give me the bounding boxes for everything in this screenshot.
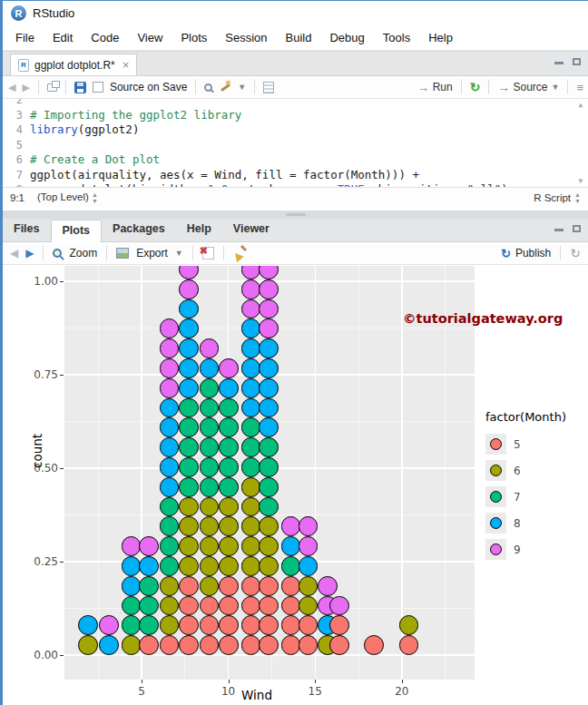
- legend-label: 5: [514, 438, 521, 451]
- legend-label: 9: [514, 543, 521, 556]
- menu-bar: File Edit Code View Plots Session Build …: [3, 25, 588, 51]
- scroll-down-icon[interactable]: ▼: [579, 177, 583, 185]
- menu-help[interactable]: Help: [419, 27, 462, 48]
- menu-session[interactable]: Session: [216, 27, 276, 48]
- data-dot: [179, 615, 199, 635]
- data-dot: [160, 477, 180, 497]
- code-line[interactable]: 8 geom_dotplot(binwidth = 1.0, stackgrou…: [3, 182, 573, 187]
- legend-label: 6: [514, 465, 521, 477]
- minimize-pane-icon[interactable]: [554, 223, 564, 234]
- document-outline-icon[interactable]: ≡: [576, 81, 583, 94]
- compile-report-icon[interactable]: [263, 82, 274, 93]
- source-button[interactable]: → Source ▼: [497, 81, 559, 94]
- code-line[interactable]: 2: [3, 99, 573, 108]
- pane-splitter[interactable]: [3, 211, 588, 219]
- save-icon[interactable]: [74, 82, 86, 93]
- plot-panel: [64, 266, 475, 680]
- title-bar: R RStudio: [3, 1, 588, 25]
- data-dot: [219, 358, 239, 378]
- tab-help[interactable]: Help: [176, 219, 222, 241]
- forward-icon[interactable]: ▶: [22, 82, 29, 93]
- next-plot-icon[interactable]: ▶: [25, 247, 34, 259]
- x-tick-mark: [142, 680, 142, 683]
- code-tools-icon[interactable]: [219, 81, 231, 93]
- data-dot: [160, 358, 180, 378]
- editor-statusbar: 9:1 (Top Level) ▲▼ R Script ▲▼: [3, 187, 588, 207]
- previous-plot-icon[interactable]: ◀: [10, 247, 18, 259]
- menu-code[interactable]: Code: [82, 27, 128, 48]
- find-replace-icon[interactable]: [204, 83, 212, 92]
- data-dot: [219, 596, 239, 616]
- editor-scrollbar[interactable]: ▲ ▼: [574, 99, 587, 187]
- data-dot: [259, 279, 279, 299]
- x-tick-mark: [315, 680, 316, 683]
- y-axis-title: count: [30, 434, 44, 468]
- tab-files[interactable]: Files: [3, 219, 51, 241]
- data-dot: [219, 576, 239, 596]
- export-plot-icon[interactable]: [116, 248, 129, 259]
- menu-debug[interactable]: Debug: [320, 27, 373, 48]
- editor-tab[interactable]: R ggplot dotplot.R* ×: [10, 54, 137, 75]
- minimize-pane-icon[interactable]: [554, 56, 564, 67]
- data-dot: [99, 635, 119, 655]
- run-button[interactable]: → Run: [417, 81, 453, 94]
- code-line[interactable]: 4library(ggplot2): [3, 122, 573, 138]
- code-tools-chevron-icon[interactable]: ▼: [238, 83, 246, 92]
- data-dot: [179, 338, 199, 358]
- data-dot: [179, 299, 199, 319]
- data-dot: [179, 596, 199, 616]
- source-on-save-checkbox[interactable]: [93, 82, 103, 93]
- editor-tab-title: ggplot dotplot.R*: [34, 59, 115, 72]
- tab-close-icon[interactable]: ×: [122, 58, 130, 72]
- code-editor[interactable]: 23# Importing the ggplot2 library4librar…: [3, 99, 588, 187]
- popout-window-icon[interactable]: [47, 83, 57, 92]
- code-line[interactable]: 6# Create a Dot plot: [3, 152, 573, 168]
- data-dot: [160, 457, 180, 477]
- legend-label: 8: [514, 517, 521, 530]
- file-type-selector[interactable]: R Script ▲▼: [534, 191, 581, 204]
- data-dot: [139, 576, 159, 596]
- legend-label: 7: [514, 491, 521, 504]
- data-dot: [219, 556, 239, 576]
- code-line[interactable]: 3# Importing the ggplot2 library: [3, 108, 573, 123]
- menu-build[interactable]: Build: [277, 27, 321, 48]
- zoom-plot-icon[interactable]: [53, 249, 62, 258]
- code-line[interactable]: 5: [3, 138, 573, 153]
- data-dot: [259, 596, 279, 616]
- export-label[interactable]: Export: [136, 247, 168, 259]
- maximize-pane-icon[interactable]: [573, 223, 581, 234]
- rerun-icon[interactable]: ↻: [470, 80, 481, 94]
- data-dot: [160, 378, 180, 398]
- scroll-up-icon[interactable]: ▲: [579, 101, 583, 109]
- menu-file[interactable]: File: [6, 27, 44, 48]
- tab-packages[interactable]: Packages: [102, 219, 176, 241]
- x-tick-mark: [402, 680, 403, 683]
- menu-edit[interactable]: Edit: [44, 27, 82, 48]
- clear-plots-icon[interactable]: [233, 247, 247, 260]
- scope-selector[interactable]: (Top Level) ▲▼: [37, 191, 98, 204]
- window-title: RStudio: [33, 6, 74, 20]
- y-tick-mark: [60, 655, 64, 656]
- export-chevron-icon[interactable]: ▼: [175, 249, 183, 258]
- legend-dot-icon: [490, 465, 502, 476]
- refresh-plot-icon[interactable]: ↻: [570, 246, 581, 260]
- menu-tools[interactable]: Tools: [374, 27, 419, 48]
- tab-plots[interactable]: Plots: [51, 220, 103, 242]
- data-dot: [139, 536, 159, 556]
- publish-button[interactable]: ↻ Publish: [501, 247, 551, 260]
- data-dot: [329, 615, 349, 635]
- menu-view[interactable]: View: [128, 27, 172, 48]
- zoom-label[interactable]: Zoom: [69, 247, 97, 259]
- x-tick-label: 15: [309, 685, 322, 698]
- back-icon[interactable]: ◀: [8, 82, 15, 93]
- maximize-pane-icon[interactable]: [573, 56, 581, 67]
- tab-viewer[interactable]: Viewer: [222, 219, 280, 241]
- data-dot: [200, 338, 220, 358]
- data-dot: [259, 398, 279, 418]
- code-line[interactable]: 7ggplot(airquality, aes(x = Wind, fill =…: [3, 168, 573, 183]
- menu-plots[interactable]: Plots: [172, 27, 216, 48]
- remove-plot-icon[interactable]: [202, 247, 214, 259]
- r-file-icon: R: [18, 59, 29, 72]
- data-dot: [179, 556, 199, 576]
- data-dot: [259, 358, 279, 378]
